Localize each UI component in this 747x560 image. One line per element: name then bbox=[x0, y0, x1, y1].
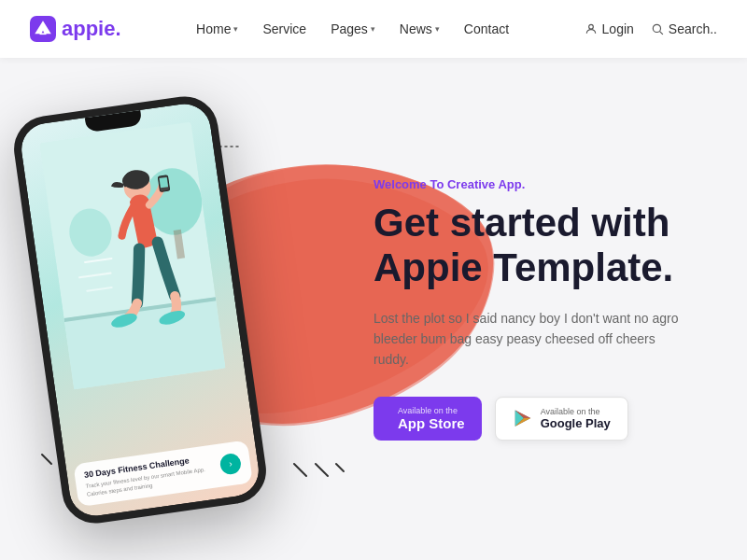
runner-illustration bbox=[39, 121, 225, 389]
appstore-main-text: App Store bbox=[398, 415, 465, 431]
phone-card-button[interactable]: › bbox=[218, 452, 242, 475]
nav-service-label: Service bbox=[262, 21, 306, 36]
nav-item-pages[interactable]: Pages ▾ bbox=[321, 16, 385, 42]
svg-line-11 bbox=[316, 464, 328, 476]
news-chevron-icon: ▾ bbox=[435, 24, 440, 34]
nav-item-news[interactable]: News ▾ bbox=[390, 16, 449, 42]
googleplay-top-text: Available on the bbox=[541, 407, 611, 416]
hero-title: Get started with Appie Template. bbox=[374, 201, 719, 291]
hero-section: 30 Days Fitness Challenge Track your fit… bbox=[0, 58, 747, 560]
play-icon bbox=[513, 408, 533, 428]
nav-news-label: News bbox=[400, 21, 432, 36]
nav-right: Login Search.. bbox=[585, 21, 717, 36]
googleplay-button-text: Available on the Google Play bbox=[541, 407, 611, 430]
hero-title-line1: Get started with bbox=[374, 201, 669, 245]
svg-point-2 bbox=[653, 24, 660, 32]
phone-card-text: 30 Days Fitness Challenge Track your fit… bbox=[83, 451, 222, 497]
search-label: Search.. bbox=[669, 21, 717, 36]
nav-item-home[interactable]: Home ▾ bbox=[187, 16, 247, 42]
hero-content: Welcome To Creative App. Get started wit… bbox=[374, 177, 719, 441]
hero-welcome-text: Welcome To Creative App. bbox=[374, 177, 719, 191]
search-area[interactable]: Search.. bbox=[651, 21, 717, 36]
nav-pages-label: Pages bbox=[331, 21, 368, 36]
brand-name-text: appie. bbox=[62, 17, 121, 41]
phone-fitness-card: 30 Days Fitness Challenge Track your fit… bbox=[73, 440, 253, 507]
navbar: appie. Home ▾ Service Pages ▾ News ▾ bbox=[0, 0, 747, 58]
nav-link-pages[interactable]: Pages ▾ bbox=[321, 16, 385, 42]
nav-home-label: Home bbox=[196, 21, 231, 36]
googleplay-main-text: Google Play bbox=[541, 416, 611, 430]
svg-line-12 bbox=[336, 464, 344, 471]
home-chevron-icon: ▾ bbox=[233, 24, 238, 34]
nav-item-service[interactable]: Service bbox=[253, 16, 316, 42]
nav-links: Home ▾ Service Pages ▾ News ▾ Contact bbox=[187, 16, 518, 42]
nav-contact-label: Contact bbox=[464, 21, 509, 36]
nav-link-home[interactable]: Home ▾ bbox=[187, 16, 247, 42]
brand-name-main: appie bbox=[62, 17, 115, 40]
svg-line-3 bbox=[659, 32, 662, 35]
hero-cta-buttons: Available on the App Store Available on … bbox=[374, 397, 719, 441]
svg-rect-23 bbox=[160, 177, 169, 188]
phone-frame: 30 Days Fitness Challenge Track your fit… bbox=[9, 92, 270, 527]
hero-title-line2: Appie Template. bbox=[374, 245, 673, 289]
login-button[interactable]: Login bbox=[585, 21, 634, 36]
googleplay-button[interactable]: Available on the Google Play bbox=[495, 397, 628, 441]
nav-item-contact[interactable]: Contact bbox=[455, 16, 518, 42]
appstore-button[interactable]: Available on the App Store bbox=[374, 397, 482, 441]
brand-logo-area[interactable]: appie. bbox=[30, 16, 121, 42]
hero-description: Lost the plot so I said nancy boy I don'… bbox=[374, 308, 691, 371]
nav-link-service[interactable]: Service bbox=[253, 16, 316, 42]
user-icon bbox=[585, 22, 598, 35]
nav-link-contact[interactable]: Contact bbox=[455, 16, 518, 42]
appstore-top-text: Available on the bbox=[398, 406, 465, 415]
nav-link-news[interactable]: News ▾ bbox=[390, 16, 449, 42]
pages-chevron-icon: ▾ bbox=[371, 24, 375, 34]
appstore-button-text: Available on the App Store bbox=[398, 406, 465, 431]
login-label: Login bbox=[602, 21, 634, 36]
svg-point-1 bbox=[588, 24, 593, 29]
phone-screen: 30 Days Fitness Challenge Track your fit… bbox=[18, 101, 261, 519]
brand-dot: . bbox=[115, 17, 120, 40]
appie-logo-icon bbox=[30, 16, 56, 42]
search-icon bbox=[651, 22, 664, 35]
